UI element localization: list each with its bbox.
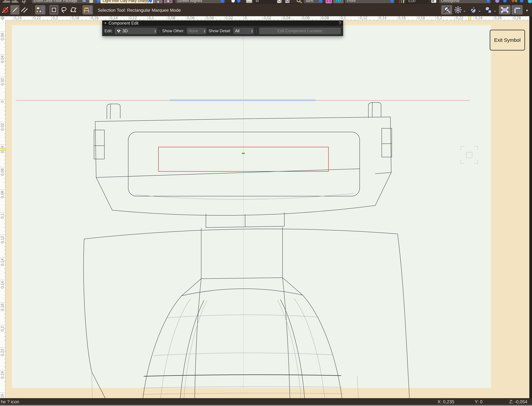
ruler-label: 0,14: [378, 16, 397, 20]
show-other-select[interactable]: None ▴▾: [186, 28, 206, 34]
dropdown-stepper-button[interactable]: [149, 0, 152, 2]
ruler-label: 0,02: [0, 77, 5, 99]
gear-chevron[interactable]: ⌄: [463, 8, 466, 13]
ruler-label: 0,02: [263, 16, 282, 20]
window-edge: [529, 16, 532, 398]
magnifier-icon[interactable]: [296, 0, 303, 3]
tool-status-text: Selection Tool: Rectangular Marquee Mode: [98, 8, 181, 13]
magnifier-slash-icon: [442, 6, 451, 14]
ruler-label: 0,02: [224, 16, 243, 20]
view-direction-dropdown[interactable]: Front: [345, 0, 394, 3]
ruler-label: 0,24: [0, 370, 5, 393]
color-dots-icon[interactable]: [511, 0, 525, 3]
plane-mode-dropdown[interactable]: Screen Aligned: [175, 0, 225, 3]
panel-expand-icon[interactable]: +: [104, 21, 106, 25]
stacking-order-mode-button[interactable]: [35, 5, 45, 14]
pencils-icon[interactable]: [398, 0, 405, 3]
help-icon[interactable]: ?: [339, 21, 341, 26]
dropdown-stepper-button[interactable]: [319, 0, 322, 2]
ruler-label: 0,18: [0, 302, 5, 325]
lasso-icon: [60, 6, 68, 14]
tool-mode-bar: Selection Tool: Rectangular Marquee Mode…: [0, 3, 532, 16]
symbol-edit-area[interactable]: [12, 25, 491, 388]
ruler-origin-icon: [0, 16, 5, 20]
diagonal-arrow-icon: [11, 6, 19, 14]
dropdown-stepper-button[interactable]: [221, 0, 224, 2]
cube-icon[interactable]: [527, 0, 532, 3]
ruler-label: 0,06: [186, 16, 205, 20]
window-pane-icon[interactable]: [325, 0, 332, 3]
ruler-label: 0,04: [282, 16, 301, 20]
class-chevron[interactable]: ⌄: [493, 8, 497, 13]
units-field[interactable]: M: [254, 0, 276, 3]
target-icon[interactable]: [230, 0, 241, 3]
lasso-marquee-mode-button[interactable]: [59, 5, 68, 14]
ruler-label: 0: [0, 99, 5, 122]
toolbar-separator: [47, 6, 47, 14]
component-edit-header[interactable]: + Component Edit ?: [102, 20, 343, 26]
ruler-label: 0,12: [128, 16, 148, 20]
ruler-label: 0,12: [0, 235, 5, 257]
multiple-object-mode-button[interactable]: [20, 5, 29, 14]
pane-bw-icon[interactable]: [430, 0, 438, 3]
move-up-button[interactable]: ▲: [154, 0, 162, 3]
polygon-lasso-icon: [70, 6, 77, 14]
stack-order-icon: [36, 6, 45, 14]
selection-handles-button[interactable]: [499, 5, 511, 14]
drawing-canvas[interactable]: [5, 20, 529, 400]
object-pickup-mode-button[interactable]: [83, 5, 93, 14]
undo-redo-arrows-icon[interactable]: [1, 0, 20, 3]
dropdown-stepper-button[interactable]: [97, 0, 100, 2]
horizontal-ruler: 0,240,220,20,180,160,140,120,10,080,060,…: [0, 16, 532, 21]
cursor-position-marker-y: [0, 148, 5, 151]
bottom-scroll-strip[interactable]: [0, 405, 532, 406]
ruler-label: 0,22: [0, 348, 5, 370]
exit-symbol-button[interactable]: Exit Symbol: [490, 30, 525, 51]
disable-snap-mode-button[interactable]: [1, 5, 10, 14]
rectangle-marquee-icon: [50, 6, 58, 14]
select-stepper: ▴▾: [153, 29, 156, 33]
select-stepper: ▴▾: [250, 29, 253, 33]
ruler-label: 0,2: [0, 325, 5, 348]
snap-loupe-button[interactable]: [441, 5, 452, 14]
render-chevron[interactable]: ⌄: [478, 8, 481, 13]
edit-component-location-button[interactable]: Edit Component Location: [259, 28, 341, 34]
dimension-standard-button[interactable]: [512, 5, 523, 14]
class-options-button[interactable]: [484, 5, 493, 14]
layers-icon[interactable]: [80, 0, 94, 3]
projection-dropdown[interactable]: Orthogonal: [439, 0, 491, 3]
render-style-icon[interactable]: [495, 0, 508, 3]
ruler-label: 0,24: [13, 16, 32, 20]
dropdown-stepper-button[interactable]: [390, 0, 394, 2]
single-object-mode-button[interactable]: [10, 5, 19, 14]
toolbar-overflow-arrow[interactable]: ▼: [525, 9, 529, 13]
ruler-label: 0,16: [397, 16, 416, 20]
diamond-view-icon[interactable]: [333, 0, 344, 3]
zoom-page-icons[interactable]: [277, 0, 292, 3]
ruler-label: 0,18: [71, 16, 90, 20]
status-bar: he ? icon X: 0,235 Y: 0 Z: -0,054: [0, 398, 532, 405]
rectangular-marquee-mode-button[interactable]: [50, 5, 58, 14]
panel-title: Component Edit: [108, 21, 138, 26]
move-down-button[interactable]: ▼: [164, 0, 172, 3]
render-mode-button[interactable]: [468, 5, 478, 14]
ruler-chip-icon[interactable]: [246, 0, 252, 3]
ruler-label: 0,24: [474, 16, 493, 20]
angle-field[interactable]: 0,00: [406, 0, 428, 3]
ruler-label: 0,08: [320, 16, 340, 20]
zoom-level-dropdown[interactable]: 48%: [304, 0, 323, 3]
polygon-marquee-mode-button[interactable]: [69, 5, 78, 14]
ruler-label: 0: [243, 16, 263, 20]
ruler-label: 0,2: [435, 16, 455, 20]
settings-button[interactable]: [454, 5, 462, 14]
fixture-name-dropdown[interactable]: Light Instr Clay Paky Sharpy: [101, 0, 153, 3]
ruler-label: 0,2: [51, 16, 71, 20]
ruler-label: 0,1: [148, 16, 167, 20]
show-detail-select[interactable]: All ▴▾: [233, 28, 254, 34]
show-detail-label: Show Detail:: [209, 29, 231, 33]
dropdown-stepper-button[interactable]: [487, 0, 490, 2]
view-bar: Event Desk Floor Package Light Instr Cla…: [0, 0, 532, 3]
edit-component-select[interactable]: 3D ▴▾: [114, 28, 157, 34]
ruler-label: 0,14: [109, 16, 128, 20]
ruler-label: 0,02: [0, 122, 5, 145]
